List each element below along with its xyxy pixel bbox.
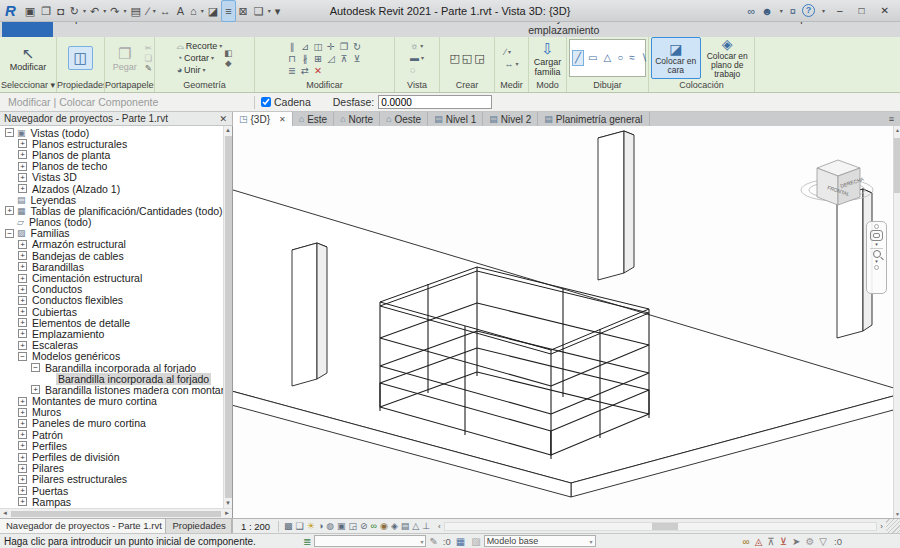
tree-item[interactable]: +Elementos de detalle (0, 317, 232, 328)
rotate-icon[interactable]: ↻ (352, 41, 361, 52)
thin-lines-icon[interactable]: ▬▾ (410, 53, 424, 64)
tree-item[interactable]: +Perfiles de división (0, 451, 232, 462)
panel-label-seleccionar[interactable]: Seleccionar ▾ (0, 79, 56, 92)
cart-icon[interactable]: ¤ (790, 5, 796, 17)
caret-down-icon[interactable]: ▾ (211, 53, 214, 64)
tree-item[interactable]: +▦Tablas de planificación/Cantidades (to… (0, 205, 232, 216)
expand-icon[interactable]: + (18, 296, 27, 305)
scroll-up-icon[interactable]: ▲ (894, 127, 900, 133)
tree-item[interactable]: +Patrón (0, 429, 232, 440)
properties-button[interactable]: ◫ (68, 46, 92, 70)
paste-button[interactable]: ❐ Pegar (107, 38, 142, 78)
design-options-icon[interactable]: ▨ (471, 536, 480, 547)
default-3d-view-icon[interactable]: ⌂ (187, 1, 200, 21)
tree-item[interactable]: −▨Familias (0, 228, 232, 239)
split-icon[interactable]: ∦ (301, 53, 310, 64)
collapse-icon[interactable]: − (5, 128, 14, 137)
tree-item[interactable]: +Conductos flexibles (0, 295, 232, 306)
tree-item[interactable]: +Puertas (0, 485, 232, 496)
delete-icon[interactable]: ✕ (314, 65, 323, 76)
draw-spline-icon[interactable]: ≈ (627, 51, 637, 65)
visibility-graphics-icon[interactable]: ☼▾ (410, 41, 424, 52)
close-view-icon[interactable]: ✕ (279, 115, 286, 124)
worksharing-display-icon[interactable]: ◈ (391, 519, 398, 533)
pin-icon[interactable]: ⊼ (767, 536, 774, 547)
chain-label[interactable]: Cadena (274, 96, 311, 108)
match-icon[interactable]: ≣ (288, 65, 297, 76)
open-icon[interactable]: ❐ (38, 1, 54, 21)
save-icon[interactable]: ◘ (54, 1, 67, 21)
show-crop-region-icon[interactable]: ◲ (349, 519, 358, 533)
tree-item[interactable]: +Conductos (0, 284, 232, 295)
redo-icon[interactable]: ↷ (107, 1, 122, 21)
tree-item[interactable]: +Paneles de muro cortina (0, 418, 232, 429)
expand-icon[interactable]: + (18, 430, 27, 439)
caret-down-icon[interactable]: ▾ (515, 59, 518, 70)
cut-icon[interactable]: ✂ (144, 44, 152, 53)
copy-icon[interactable]: ❏ (144, 54, 152, 63)
canvas-horizontal-scrollbar[interactable]: ‹ › (435, 519, 886, 533)
temporary-view-properties-icon[interactable]: ▤ (401, 519, 410, 533)
tree-item[interactable]: +Pilares estructurales (0, 474, 232, 485)
scroll-right-icon[interactable]: ► (222, 509, 232, 518)
scale-button[interactable]: 1 : 200 (233, 521, 279, 532)
print-icon[interactable]: ▤ (127, 1, 143, 21)
draw-polygon-icon[interactable]: △ (601, 51, 613, 65)
offset-icon[interactable]: ⊿ (301, 41, 310, 52)
place-on-work-plane-button[interactable]: ◈ Colocar en plano de trabajo (703, 37, 753, 79)
scroll-right-icon[interactable]: › (877, 522, 886, 531)
scale-icon[interactable]: ◿ (327, 53, 336, 64)
maximize-button[interactable]: □ (854, 5, 870, 16)
mirror-icon[interactable]: ◫ (314, 41, 323, 52)
copy-icon[interactable]: ❐ (339, 41, 348, 52)
expand-icon[interactable]: + (18, 441, 27, 450)
navigation-bar[interactable]: ▾ ▾ (866, 221, 887, 294)
thin-lines-icon[interactable]: ≡ (221, 0, 235, 22)
text-icon[interactable]: A (174, 1, 187, 21)
expand-icon[interactable]: + (18, 497, 27, 506)
reveal-hidden-elements-icon[interactable]: ◉ (380, 519, 388, 533)
expand-icon[interactable]: + (18, 329, 27, 338)
tree-item[interactable]: +Cimentación estructural (0, 272, 232, 283)
browser-close-icon[interactable]: ✕ (214, 114, 232, 124)
collapse-icon[interactable]: − (31, 363, 40, 372)
pin-icon[interactable]: ⊼ (339, 53, 348, 64)
view-tab-nivel-2[interactable]: ▤Nivel 2 (483, 112, 538, 126)
collapse-icon[interactable]: − (18, 352, 27, 361)
drawing-area[interactable]: FRONTAL DERECHA ▾ ▾ ▲ ▼ (233, 126, 900, 518)
tree-item[interactable]: +Barandillas (0, 261, 232, 272)
view-tab-planimetr-a-general[interactable]: ▤Planimetría general (538, 112, 649, 126)
resize-grip[interactable] (886, 519, 900, 533)
scroll-down-icon[interactable]: ▼ (224, 499, 232, 508)
tree-item[interactable]: +Escaleras (0, 340, 232, 351)
tree-item[interactable]: +Perfiles (0, 440, 232, 451)
help-icon[interactable]: ? (802, 4, 815, 17)
measure-icon[interactable]: ∕ (144, 1, 152, 21)
expand-icon[interactable]: + (18, 262, 27, 271)
reveal-constraints-icon[interactable]: ⊥ (422, 519, 430, 533)
tree-item[interactable]: ▤Leyendas (0, 194, 232, 205)
help-caret-icon[interactable]: ▾ (821, 7, 826, 14)
draw-rectangle-icon[interactable]: ▭ (586, 51, 599, 65)
activate-controls-icon[interactable]: ⇄ (301, 65, 310, 76)
visual-style-icon[interactable]: ❑ (296, 519, 304, 533)
tree-item[interactable]: −Modelos genéricos (0, 351, 232, 362)
caret-down-icon[interactable]: ▾ (219, 41, 222, 52)
unpin-icon[interactable]: ⊻ (352, 53, 361, 64)
modify-button[interactable]: ↖ Modificar (2, 38, 54, 78)
3d-canvas[interactable]: FRONTAL DERECHA ▾ ▾ (233, 126, 893, 518)
view-tab-este[interactable]: ⌂Este (293, 112, 334, 126)
align-icon[interactable]: ∥ (288, 41, 297, 52)
tree-item[interactable]: +Bandejas de cables (0, 250, 232, 261)
user-account-icon[interactable]: ☻ (761, 5, 773, 17)
tree-item[interactable]: +Emplazamiento (0, 328, 232, 339)
create-group-icon[interactable]: ◰ (449, 52, 459, 65)
expand-icon[interactable]: + (31, 385, 40, 394)
sun-path-icon[interactable]: ☀ (307, 519, 315, 533)
trim-icon[interactable]: ⊓ (288, 53, 297, 64)
lock-3d-view-icon[interactable]: ⊘ (360, 519, 368, 533)
tree-item[interactable]: +Montantes de muro cortina (0, 396, 232, 407)
render-icon[interactable]: ◍ (326, 519, 334, 533)
create-similar-icon[interactable]: ◱ (462, 52, 472, 65)
view-tab-nivel-1[interactable]: ▤Nivel 1 (428, 112, 483, 126)
